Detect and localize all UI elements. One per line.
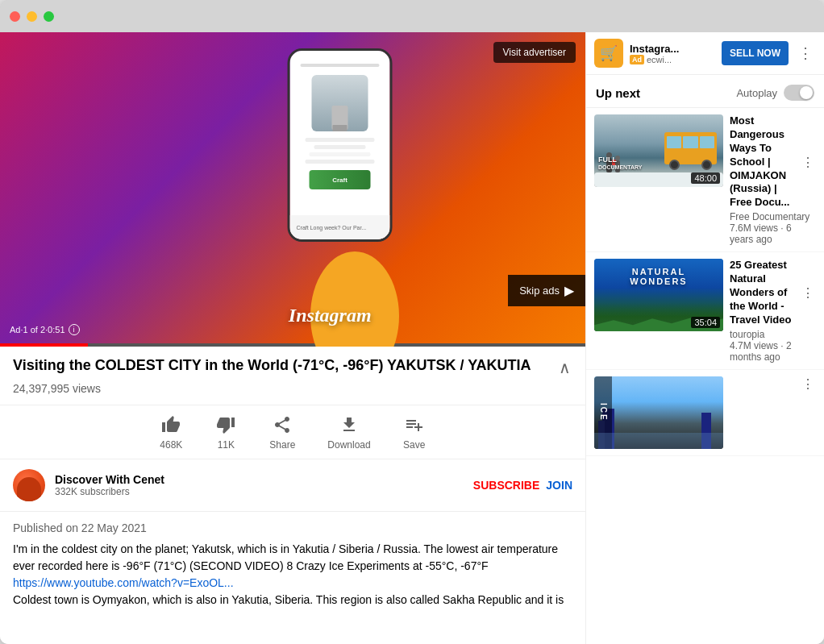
phone-illustration: Craft Craft Long week? Our Par... — [288, 48, 393, 242]
progress-fill — [0, 343, 88, 347]
ad-indicator: Ad·1 of 2·0:51 i — [10, 324, 80, 335]
sell-now-button[interactable]: SELL NOW — [722, 41, 789, 65]
ad-text: Instagra... Ad ecwi... — [630, 43, 715, 64]
video-title: Visiting the COLDEST CITY in the World (… — [13, 356, 557, 375]
duration-badge-1: 35:04 — [691, 317, 720, 328]
ad-title: Instagra... — [630, 43, 715, 55]
video-thumbnail-2: ICE — [594, 376, 723, 449]
close-button[interactable] — [10, 11, 20, 22]
video-card-info-0: Most Dangerous Ways To School | OIMJAKON… — [730, 114, 816, 245]
video-thumbnail-1: NATURAL WONDERS 35:04 — [594, 259, 723, 331]
channel-subscribers: 332K subscribers — [55, 486, 464, 497]
video-thumbnail-0: FULL DOCUMENTARY 48:00 — [594, 114, 723, 187]
description-section: Published on 22 May 2021 I'm in the cold… — [0, 512, 585, 618]
download-button[interactable]: Download — [327, 413, 370, 451]
autoplay-label: Autoplay — [736, 87, 777, 99]
instagram-overlay-text: Instagram — [289, 305, 372, 326]
share-button[interactable]: Share — [269, 413, 295, 451]
video-card-1[interactable]: NATURAL WONDERS 35:04 25 Greatest Natura… — [586, 252, 824, 369]
toggle-thumb — [800, 86, 813, 99]
download-label: Download — [327, 439, 370, 451]
channel-avatar — [13, 469, 45, 501]
up-next-header: Up next Autoplay — [586, 75, 824, 108]
main-content: Craft Craft Long week? Our Par... Instag… — [0, 32, 824, 644]
ice-thumbnail: ICE — [594, 376, 723, 449]
channel-actions: SUBSCRIBE JOIN — [473, 479, 572, 492]
video-thumbnail: Craft Craft Long week? Our Par... Instag… — [0, 32, 585, 347]
autoplay-toggle[interactable] — [784, 85, 814, 101]
ad-url: ecwi... — [647, 55, 672, 64]
download-icon — [338, 413, 360, 436]
video-views: 24,397,995 views — [13, 382, 572, 395]
ad-badge: Ad — [630, 55, 644, 64]
ad-info-icon: i — [69, 324, 80, 335]
visit-advertiser-button[interactable]: Visit advertiser — [493, 42, 576, 63]
channel-info: Discover With Cenet 332K subscribers — [55, 473, 464, 497]
dislike-button[interactable]: 11K — [214, 413, 237, 451]
description-link[interactable]: https://www.youtube.com/watch?v=ExoOL... — [13, 576, 234, 589]
video-player[interactable]: Craft Craft Long week? Our Par... Instag… — [0, 32, 585, 347]
up-next-label: Up next — [596, 86, 640, 100]
card-title-0: Most Dangerous Ways To School | OIMJAKON… — [730, 114, 797, 210]
card-more-button-2[interactable]: ⋮ — [800, 376, 816, 392]
published-date: Published on 22 May 2021 — [13, 521, 572, 534]
ad-banner: 🛒 Instagra... Ad ecwi... SELL NOW ⋮ — [586, 32, 824, 75]
full-documentary-label: FULL DOCUMENTARY — [598, 156, 642, 171]
like-count: 468K — [160, 439, 182, 451]
ad-more-button[interactable]: ⋮ — [795, 41, 816, 65]
skip-chevron-icon: ▶ — [564, 283, 574, 298]
video-card-info-2: ⋮ — [730, 376, 816, 449]
channel-name: Discover With Cenet — [55, 473, 464, 486]
action-bar: 468K 11K — [0, 405, 585, 459]
ad-subtitle: Ad ecwi... — [630, 55, 715, 64]
share-icon — [271, 413, 293, 436]
subscribe-button[interactable]: SUBSCRIBE — [473, 479, 539, 492]
card-meta-1: 4.7M views · 2 months ago — [730, 340, 816, 363]
join-button[interactable]: JOIN — [546, 479, 572, 492]
card-title-1: 25 Greatest Natural Wonders of the World… — [730, 259, 797, 326]
minimize-button[interactable] — [27, 11, 37, 22]
chevron-up-icon[interactable]: ∧ — [557, 356, 572, 379]
maximize-button[interactable] — [44, 11, 54, 22]
video-info: Visiting the COLDEST CITY in the World (… — [0, 347, 585, 405]
thumbs-down-icon — [214, 413, 237, 436]
card-meta-0: 7.6M views · 6 years ago — [730, 222, 816, 245]
ad-product-icon: 🛒 — [594, 39, 623, 68]
channel-row: Discover With Cenet 332K subscribers SUB… — [0, 459, 585, 512]
autoplay-row: Autoplay — [736, 85, 814, 101]
title-bar — [0, 0, 824, 32]
window: Craft Craft Long week? Our Par... Instag… — [0, 0, 824, 644]
card-more-button-0[interactable]: ⋮ — [800, 114, 816, 210]
save-button[interactable]: Save — [403, 413, 426, 451]
card-channel-0: Free Documentary — [730, 211, 816, 222]
card-more-button-1[interactable]: ⋮ — [800, 259, 816, 326]
save-label: Save — [403, 439, 425, 451]
share-label: Share — [269, 439, 295, 451]
thumbs-up-icon — [160, 413, 182, 436]
save-icon — [403, 413, 426, 436]
like-button[interactable]: 468K — [160, 413, 182, 451]
duration-badge-0: 48:00 — [691, 172, 720, 184]
video-card-2[interactable]: ICE ⋮ — [586, 370, 824, 456]
card-title-2 — [730, 376, 797, 392]
skip-ads-button[interactable]: Skip ads ▶ — [508, 275, 585, 306]
video-section: Craft Craft Long week? Our Par... Instag… — [0, 32, 585, 644]
dislike-count: 11K — [218, 439, 235, 451]
hand-illustration — [298, 226, 411, 347]
bus-illustration — [664, 132, 717, 164]
video-card-0[interactable]: FULL DOCUMENTARY 48:00 Most Dangerous Wa… — [586, 108, 824, 252]
video-progress-bar[interactable] — [0, 343, 585, 347]
card-channel-1: touropia — [730, 329, 816, 340]
description-text: I'm in the coldest city on the planet; Y… — [13, 541, 572, 609]
video-card-info-1: 25 Greatest Natural Wonders of the World… — [730, 259, 816, 362]
sidebar: 🛒 Instagra... Ad ecwi... SELL NOW ⋮ Up n… — [585, 32, 824, 644]
